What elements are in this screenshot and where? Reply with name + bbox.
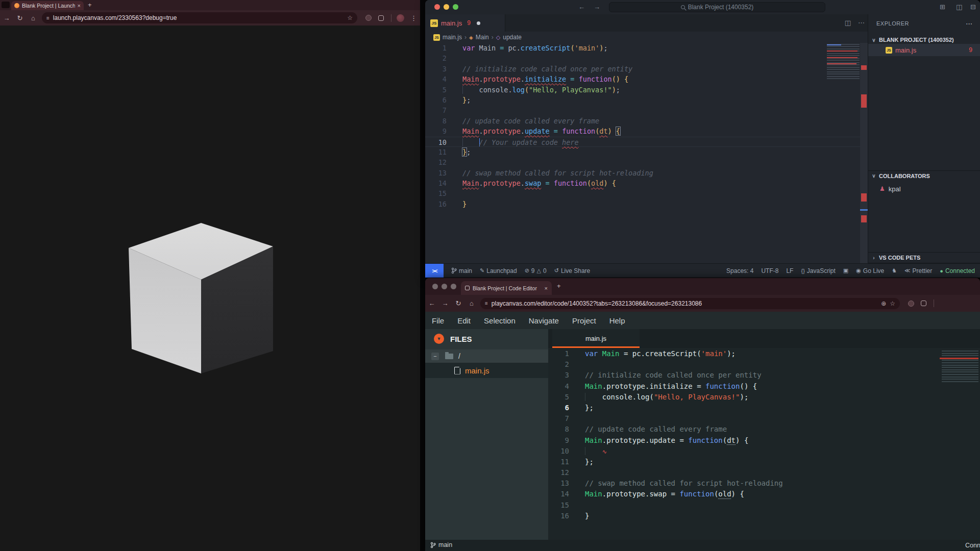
remote-indicator[interactable]: ><: [425, 264, 444, 278]
unsaved-dot-icon[interactable]: [477, 21, 480, 25]
minimize-window-button[interactable]: [444, 4, 449, 10]
collaborator-kpal[interactable]: ♟ kpal: [868, 183, 980, 195]
viewport-3d[interactable]: [0, 26, 420, 551]
split-editor-icon[interactable]: ◫: [845, 19, 851, 27]
url-text[interactable]: playcanvas.com/editor/code/1400352?tabs=…: [492, 300, 877, 307]
code-line-8[interactable]: 8// update code called every frame: [548, 424, 980, 435]
breadcrumb-method[interactable]: update: [503, 34, 522, 41]
feedback-status[interactable]: ▣: [843, 267, 848, 274]
address-bar[interactable]: ≡ launch.playcanvas.com/2330563?debug=tr…: [42, 12, 357, 23]
connected-status[interactable]: ● Connected: [940, 267, 975, 274]
code-line-6[interactable]: 6};: [425, 95, 868, 105]
reload-icon[interactable]: ↻: [452, 299, 465, 307]
go-live-status[interactable]: ◉ Go Live: [856, 267, 884, 274]
code-line-1[interactable]: 1var Main = pc.createScript('main');: [548, 348, 980, 359]
split-layout-icon[interactable]: ◫: [956, 3, 962, 11]
more-actions-icon[interactable]: ⋯: [858, 19, 865, 27]
sidebar-item-main-js[interactable]: JS main.js 9: [868, 44, 980, 56]
code-line-2[interactable]: 2: [425, 53, 868, 63]
toggle-panel-icon[interactable]: ⊟: [970, 3, 976, 11]
code-line-6[interactable]: 6};: [548, 403, 980, 413]
code-line-12[interactable]: 12: [425, 157, 868, 167]
profile-avatar[interactable]: [908, 300, 914, 307]
tab-main-js[interactable]: main.js: [552, 329, 640, 348]
code-line-16[interactable]: 16}: [548, 511, 980, 521]
collapse-icon[interactable]: −: [431, 353, 439, 360]
code-line-9[interactable]: 9Main.prototype.update = function(dt) {: [425, 126, 868, 136]
close-window-button[interactable]: [432, 284, 438, 289]
close-window-button[interactable]: [434, 4, 440, 10]
home-icon[interactable]: ⌂: [465, 299, 478, 307]
eol-status[interactable]: LF: [786, 267, 793, 274]
code-line-12[interactable]: 12: [548, 467, 980, 478]
reload-icon[interactable]: ↻: [13, 14, 27, 22]
command-center-search[interactable]: Blank Project (1400352): [609, 2, 825, 12]
code-editor[interactable]: 1var Main = pc.createScript('main');23//…: [548, 348, 980, 540]
back-icon[interactable]: ←: [425, 299, 438, 307]
code-line-5[interactable]: 5 console.log("Hello, PlayCanvas!");: [425, 85, 868, 95]
close-tab-icon[interactable]: ×: [78, 3, 81, 9]
customize-layout-icon[interactable]: ⊞: [940, 3, 945, 11]
profile-avatar[interactable]: [397, 14, 404, 22]
menu-help[interactable]: Help: [609, 316, 625, 325]
address-bar[interactable]: ≡ playcanvas.com/editor/code/1400352?tab…: [480, 298, 900, 309]
code-line-3[interactable]: 3// initialize code called once per enti…: [548, 370, 980, 381]
extensions-icon[interactable]: [921, 300, 926, 306]
section-vs-code-pets[interactable]: › VS CODE PETS: [868, 252, 980, 263]
minimap[interactable]: [827, 44, 860, 81]
tab-blank-project-code-editor[interactable]: Blank Project | Code Editor ×: [461, 281, 552, 295]
bookmark-star-icon[interactable]: ☆: [890, 300, 895, 307]
vscode-titlebar[interactable]: ← → Blank Project (1400352) ⊞ ◫ ⊟: [425, 0, 980, 14]
close-tab-icon[interactable]: ×: [545, 285, 548, 291]
menu-file[interactable]: File: [432, 316, 444, 325]
code-line-8[interactable]: 8// update code called every frame: [425, 116, 868, 126]
history-back-icon[interactable]: ←: [578, 3, 585, 11]
code-line-16[interactable]: 16}: [425, 199, 868, 209]
new-tab-button[interactable]: +: [88, 1, 92, 9]
encoding-status[interactable]: UTF-8: [761, 267, 778, 274]
code-line-7[interactable]: 7: [548, 413, 980, 424]
home-icon[interactable]: ⌂: [27, 14, 40, 22]
code-line-5[interactable]: 5 console.log("Hello, PlayCanvas!");: [548, 392, 980, 403]
git-branch-status[interactable]: main: [451, 267, 472, 274]
extension-badge-icon[interactable]: [365, 15, 372, 21]
code-line-4[interactable]: 4Main.prototype.initialize = function() …: [548, 381, 980, 392]
launchpad-status[interactable]: ✎ Launchpad: [480, 267, 517, 274]
menu-project[interactable]: Project: [572, 316, 596, 325]
site-info-icon[interactable]: ≡: [485, 300, 488, 306]
section-blank-project[interactable]: ∨ BLANK PROJECT (1400352): [868, 35, 980, 45]
forward-icon[interactable]: →: [438, 299, 452, 307]
maximize-window-button[interactable]: [453, 4, 458, 10]
code-line-13[interactable]: 13// swap method called for script hot-r…: [548, 478, 980, 489]
code-line-10[interactable]: 10 // Your update code here: [425, 137, 868, 147]
minimize-window-button[interactable]: [442, 284, 447, 289]
browser-menu-icon[interactable]: ⋮: [410, 14, 417, 22]
code-editor[interactable]: 1var Main = pc.createScript('main');23//…: [425, 43, 868, 263]
overview-ruler[interactable]: [860, 43, 868, 263]
code-line-13[interactable]: 13// swap method called for script hot-r…: [425, 168, 868, 178]
forward-icon[interactable]: →: [0, 14, 13, 22]
pets-status[interactable]: ♞: [892, 267, 897, 274]
code-line-2[interactable]: 2: [548, 359, 980, 370]
menu-selection[interactable]: Selection: [484, 316, 516, 325]
live-share-status[interactable]: ↺ Live Share: [554, 267, 591, 274]
section-collaborators[interactable]: ∨ COLLABORATORS: [868, 170, 980, 181]
code-line-15[interactable]: 15: [425, 188, 868, 198]
zoom-icon[interactable]: ⊕: [881, 300, 886, 307]
code-line-3[interactable]: 3// initialize code called once per enti…: [425, 64, 868, 74]
problems-status[interactable]: ⊘ 9 △ 0: [525, 267, 547, 274]
code-line-14[interactable]: 14Main.prototype.swap = function(old) {: [548, 489, 980, 499]
breadcrumb-file[interactable]: main.js: [443, 34, 462, 41]
language-status[interactable]: {} JavaScript: [801, 267, 835, 274]
breadcrumb-class[interactable]: Main: [476, 34, 489, 41]
code-line-15[interactable]: 15: [548, 500, 980, 511]
menu-navigate[interactable]: Navigate: [529, 316, 559, 325]
code-line-14[interactable]: 14Main.prototype.swap = function(old) {: [425, 178, 868, 188]
explorer-more-icon[interactable]: ⋯: [966, 20, 972, 28]
tab-blank-project-launch[interactable]: Blank Project | Launch ×: [11, 1, 84, 10]
minimap[interactable]: [942, 350, 978, 383]
tree-item-main-js[interactable]: main.js: [425, 363, 548, 378]
bookmark-star-icon[interactable]: ☆: [347, 14, 353, 21]
site-info-icon[interactable]: ≡: [46, 15, 50, 21]
prettier-status[interactable]: ≪ Prettier: [904, 267, 932, 274]
